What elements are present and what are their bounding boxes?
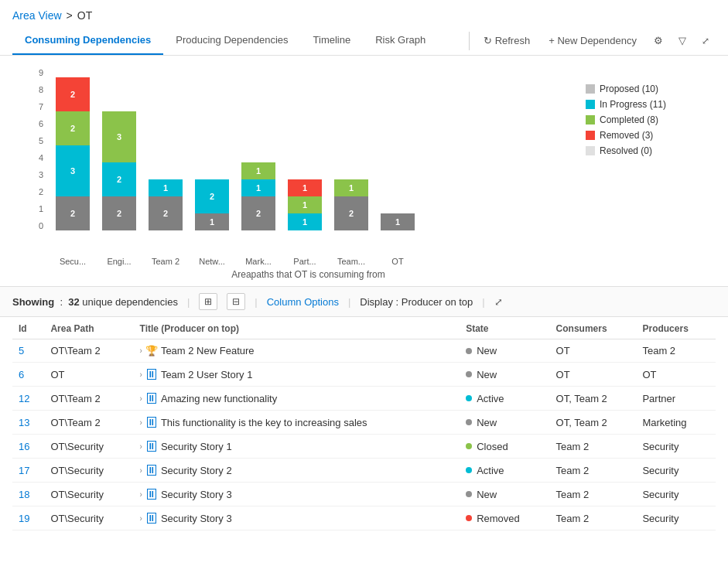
bar-divider-1: | <box>187 296 190 308</box>
bar-group[interactable]: 211 <box>235 162 282 230</box>
id-link[interactable]: 19 <box>19 513 29 524</box>
work-item-icon: II <box>145 392 158 404</box>
work-item-icon: 🏆 <box>145 345 158 356</box>
title-text: Security Story 2 <box>161 465 232 476</box>
table-row: 19OT\Security›IISecurity Story 3RemovedT… <box>12 506 716 530</box>
state-label: New <box>477 345 497 356</box>
bar-group[interactable]: 1 <box>374 213 421 230</box>
x-label: Part... <box>282 254 328 266</box>
col-header-id: Id <box>12 317 44 339</box>
col-header-area-path: Area Path <box>44 317 133 339</box>
tab-consuming[interactable]: Consuming Dependencies <box>12 26 163 55</box>
breadcrumb: Area View > OT <box>0 0 728 26</box>
expand-table-icon[interactable]: ⤢ <box>494 296 503 308</box>
cell-producers: OT <box>636 363 716 387</box>
legend-color-box <box>586 84 595 94</box>
bar-segment-proposed: 2 <box>241 196 275 230</box>
column-options-link[interactable]: Column Options <box>267 296 339 308</box>
cell-title[interactable]: ›IISecurity Story 3 <box>134 483 460 506</box>
state-dot <box>466 443 472 449</box>
title-text: Security Story 3 <box>161 513 232 524</box>
filter-icon: ▽ <box>678 35 686 46</box>
state-dot <box>466 395 472 401</box>
cell-id[interactable]: 13 <box>12 411 44 435</box>
breadcrumb-parent[interactable]: Area View <box>12 9 62 22</box>
cell-id[interactable]: 19 <box>12 506 44 530</box>
bar-segment-proposed: 1 <box>381 213 415 230</box>
bar-group[interactable]: 2322 <box>50 77 96 230</box>
cell-title[interactable]: ›IITeam 2 User Story 1 <box>134 363 460 387</box>
cell-id[interactable]: 5 <box>12 339 44 363</box>
bar-group[interactable]: 21 <box>142 179 189 230</box>
expand-button[interactable]: ⤢ <box>696 30 716 51</box>
id-link[interactable]: 12 <box>19 393 29 404</box>
expand-arrow[interactable]: › <box>140 514 142 523</box>
bar-segment-proposed: 2 <box>56 196 90 230</box>
state-dot <box>466 348 472 354</box>
expand-arrow[interactable]: › <box>140 418 142 427</box>
filter-button[interactable]: ▽ <box>672 30 692 51</box>
refresh-icon: ↻ <box>484 35 492 46</box>
work-item-icon: II <box>145 512 158 524</box>
cell-consumers: Team 2 <box>550 459 637 483</box>
id-link[interactable]: 6 <box>19 369 24 380</box>
legend-item: Removed (3) <box>586 130 709 141</box>
expand-arrow[interactable]: › <box>140 466 142 475</box>
id-link[interactable]: 5 <box>19 345 24 356</box>
expand-arrow[interactable]: › <box>140 394 142 403</box>
showing-suffix: unique dependencies <box>82 296 178 308</box>
expand-arrow[interactable]: › <box>140 346 142 355</box>
breadcrumb-separator: > <box>67 9 73 22</box>
expand-arrow[interactable]: › <box>140 370 142 379</box>
legend-label: Proposed (10) <box>600 84 658 94</box>
chart-section: 0123456789 23222232112211111211 Secu...E… <box>0 56 728 286</box>
cell-id[interactable]: 16 <box>12 435 44 459</box>
cell-title[interactable]: ›IIAmazing new functionality <box>134 387 460 411</box>
state-dot <box>466 467 472 473</box>
work-item-icon: II <box>145 416 158 428</box>
refresh-button[interactable]: ↻ Refresh <box>476 30 538 51</box>
nav-divider <box>469 32 470 50</box>
cell-id[interactable]: 18 <box>12 483 44 506</box>
cell-title[interactable]: ›🏆Team 2 New Feature <box>134 339 460 363</box>
table-row: 5OT\Team 2›🏆Team 2 New FeatureNewOTTeam … <box>12 339 716 363</box>
settings-button[interactable]: ⚙ <box>648 30 669 51</box>
id-link[interactable]: 13 <box>19 417 29 428</box>
gear-icon: ⚙ <box>654 35 663 46</box>
tab-risk[interactable]: Risk Graph <box>363 26 438 55</box>
col-header-title: Title (Producer on top) <box>134 317 460 339</box>
col-header-producers: Producers <box>636 317 716 339</box>
table-row: 16OT\Security›IISecurity Story 1ClosedTe… <box>12 435 716 459</box>
state-label: Active <box>477 393 504 404</box>
cell-title[interactable]: ›IISecurity Story 3 <box>134 506 460 530</box>
cell-producers: Marketing <box>636 411 716 435</box>
expand-arrow[interactable]: › <box>140 442 142 451</box>
bar-group[interactable]: 21 <box>328 179 374 230</box>
bar-group[interactable]: 111 <box>282 179 328 230</box>
cell-title[interactable]: ›IISecurity Story 2 <box>134 459 460 483</box>
tab-timeline[interactable]: Timeline <box>301 26 364 55</box>
nav-bar: Consuming Dependencies Producing Depende… <box>0 26 728 56</box>
showing-bar: Showing : 32 unique dependencies | ⊞ ⊟ |… <box>0 286 728 317</box>
legend-item: In Progress (11) <box>586 99 709 110</box>
collapse-rows-button[interactable]: ⊟ <box>227 293 245 310</box>
cell-title[interactable]: ›IIThis functionality is the key to incr… <box>134 411 460 435</box>
cell-id[interactable]: 6 <box>12 363 44 387</box>
id-link[interactable]: 16 <box>19 441 29 452</box>
bar-group[interactable]: 223 <box>96 111 142 230</box>
tab-producing[interactable]: Producing Dependencies <box>163 26 300 55</box>
cell-title[interactable]: ›IISecurity Story 1 <box>134 435 460 459</box>
legend-item: Resolved (0) <box>586 145 709 156</box>
new-dependency-button[interactable]: + New Dependency <box>541 30 644 51</box>
id-link[interactable]: 17 <box>19 465 29 476</box>
bar-group[interactable]: 12 <box>189 179 235 230</box>
new-dependency-label: + New Dependency <box>549 35 637 46</box>
id-link[interactable]: 18 <box>19 489 29 500</box>
legend-color-box <box>586 146 595 155</box>
cell-id[interactable]: 17 <box>12 459 44 483</box>
expand-rows-button[interactable]: ⊞ <box>199 293 217 310</box>
cell-id[interactable]: 12 <box>12 387 44 411</box>
legend-color-box <box>586 115 595 124</box>
expand-arrow[interactable]: › <box>140 490 142 499</box>
state-label: New <box>477 369 497 380</box>
